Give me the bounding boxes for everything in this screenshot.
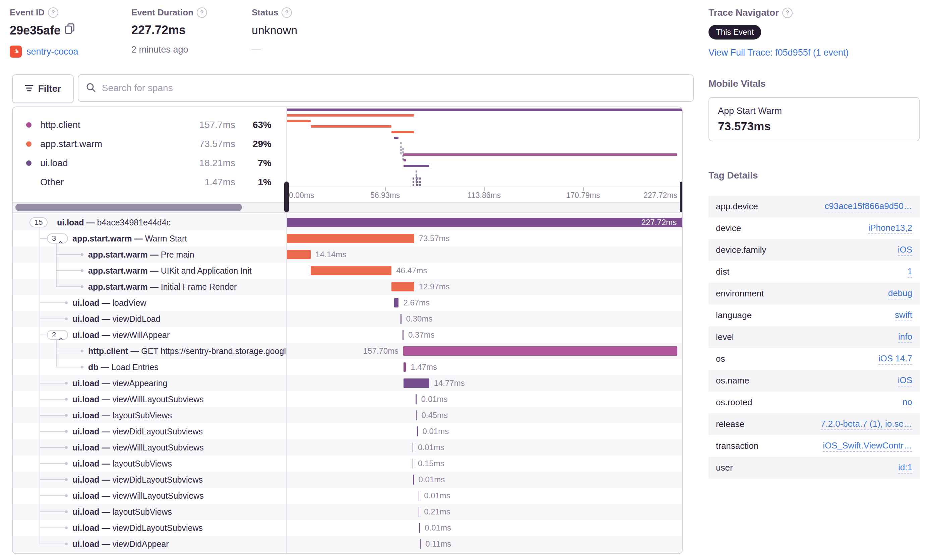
span-row[interactable]: ui.load — layoutSubViews0.21ms — [13, 504, 682, 520]
span-bar[interactable] — [417, 426, 418, 437]
span-row[interactable]: ui.load — layoutSubViews0.15ms — [13, 455, 682, 471]
help-icon[interactable] — [197, 8, 207, 18]
this-event-badge[interactable]: This Event — [708, 25, 761, 39]
span-bar[interactable] — [403, 346, 677, 356]
minimap-right-handle[interactable] — [680, 182, 683, 212]
span-duration: 2.67ms — [403, 295, 430, 311]
tag-value-link[interactable]: id:1 — [898, 462, 912, 474]
span-bar[interactable] — [404, 362, 406, 372]
span-row[interactable]: ui.load — viewDidAppear0.11ms — [13, 536, 682, 552]
span-bar[interactable] — [419, 491, 420, 501]
help-icon[interactable] — [282, 8, 292, 18]
span-bar[interactable] — [402, 330, 404, 340]
span-row[interactable]: db — Load Entries1.47ms — [13, 359, 682, 375]
span-bar[interactable] — [311, 266, 392, 275]
span-row[interactable]: 15ui.load — b4ace34981e44d4c227.72ms — [13, 214, 682, 230]
span-row[interactable]: app.start.warm — UIKit and Application I… — [13, 263, 682, 279]
copy-icon[interactable] — [65, 23, 75, 38]
legend-item[interactable]: app.start.warm73.57ms29% — [13, 136, 286, 152]
span-bar[interactable] — [401, 314, 402, 324]
span-duration: 227.72ms — [286, 214, 676, 230]
span-row[interactable]: ui.load — loadView2.67ms — [13, 295, 682, 311]
tree-connector — [39, 447, 65, 448]
help-icon[interactable] — [48, 8, 58, 18]
tree-connector-dot — [65, 382, 68, 384]
span-bar[interactable] — [413, 474, 414, 485]
span-row[interactable]: http.client — GET https://sentry-brand.s… — [13, 343, 682, 359]
span-bar[interactable] — [413, 443, 414, 452]
minimap-span-bar — [286, 108, 682, 111]
tree-connector-dot — [65, 478, 68, 481]
span-bar[interactable] — [413, 458, 414, 468]
span-row[interactable]: 2ui.load — viewWillAppear0.37ms — [13, 327, 682, 343]
span-bar[interactable] — [419, 507, 420, 517]
tree-connector — [56, 243, 57, 287]
span-row[interactable]: app.start.warm — Initial Frame Render12.… — [13, 279, 682, 295]
filter-button[interactable]: Filter — [12, 74, 74, 103]
minimap-span-marker — [413, 177, 414, 186]
span-bar[interactable] — [404, 378, 429, 388]
span-row[interactable]: ui.load — viewWillLayoutSubviews0.01ms — [13, 391, 682, 407]
tree-connector — [39, 463, 65, 464]
horizontal-scrollbar-thumb[interactable] — [15, 204, 242, 211]
legend-color-dot — [26, 122, 32, 128]
legend-item[interactable]: ui.load18.21ms7% — [13, 155, 286, 171]
span-label: ui.load — viewDidLayoutSubviews — [72, 423, 203, 440]
span-count-badge[interactable]: 15 — [30, 218, 48, 227]
span-count-badge[interactable]: 3 — [47, 233, 68, 243]
span-row[interactable]: ui.load — layoutSubViews0.45ms — [13, 407, 682, 423]
span-row[interactable]: 3app.start.warm — Warm Start73.57ms — [13, 230, 682, 246]
span-duration: 14.77ms — [434, 375, 465, 391]
vital-name: App Start Warm — [718, 106, 910, 116]
span-row[interactable]: ui.load — viewDidLayoutSubviews0.01ms — [13, 423, 682, 440]
span-duration: 0.37ms — [408, 327, 435, 343]
project-link[interactable]: sentry-cocoa — [27, 47, 78, 57]
tree-connector-dot — [65, 302, 68, 304]
span-row[interactable]: ui.load — viewDidLoad0.30ms — [13, 311, 682, 327]
span-row[interactable]: ui.load — viewWillLayoutSubviews0.01ms — [13, 440, 682, 455]
legend-item[interactable]: http.client157.7ms63% — [13, 117, 286, 133]
span-label: ui.load — viewDidLoad — [72, 311, 161, 327]
minimap-left-handle[interactable] — [284, 182, 289, 212]
span-row[interactable]: ui.load — viewWillLayoutSubviews0.01ms — [13, 488, 682, 504]
tag-value-link[interactable]: 7.2.0-beta.7 (1), io.se… — [821, 419, 912, 430]
span-label: app.start.warm — Warm Start — [72, 230, 187, 246]
tag-value-link[interactable]: iOS 14.7 — [878, 353, 912, 365]
view-full-trace-link[interactable]: View Full Trace: f05d955f (1 event) — [708, 48, 920, 58]
tag-value-link[interactable]: c93ace15f866a9d50… — [824, 201, 912, 212]
tag-value-link[interactable]: iOS — [898, 375, 912, 386]
span-bar[interactable] — [286, 234, 414, 243]
tree-waterfall-divider[interactable] — [286, 107, 287, 553]
span-duration: 0.15ms — [418, 455, 444, 471]
span-bar[interactable] — [416, 394, 417, 404]
tag-value-link[interactable]: debug — [888, 288, 912, 299]
span-row[interactable]: ui.load — viewAppearing14.77ms — [13, 375, 682, 391]
tag-value-link[interactable]: iOS — [898, 245, 912, 256]
span-bar[interactable] — [392, 282, 414, 291]
tag-value-link[interactable]: no — [902, 397, 912, 408]
help-icon[interactable] — [782, 8, 792, 18]
span-bar[interactable] — [420, 539, 421, 549]
span-row[interactable]: ui.load — viewDidLayoutSubviews0.01ms — [13, 471, 682, 488]
span-row[interactable]: ui.load — viewDidLayoutSubviews0.01ms — [13, 520, 682, 536]
span-bar[interactable] — [419, 523, 420, 533]
tree-connector-dot — [65, 414, 68, 417]
span-bar[interactable] — [416, 410, 417, 420]
tag-value-link[interactable]: info — [898, 332, 912, 343]
span-bar[interactable] — [394, 298, 399, 308]
span-bar[interactable] — [286, 250, 311, 259]
tree-connector — [39, 415, 65, 416]
legend-item[interactable]: Other1.47ms1% — [13, 174, 286, 190]
mobile-vitals-heading: Mobile Vitals — [708, 78, 920, 89]
tag-value-link[interactable]: iPhone13,2 — [868, 223, 912, 234]
event-id-label: Event ID — [10, 8, 75, 18]
span-count-badge[interactable]: 2 — [47, 330, 68, 340]
tag-value-link[interactable]: swift — [895, 310, 912, 321]
tag-value-link[interactable]: 1 — [908, 266, 912, 278]
tag-value-link[interactable]: iOS_Swift.ViewContr… — [823, 440, 912, 452]
status-value: unknown — [252, 24, 297, 37]
tag-key: transaction — [716, 441, 758, 451]
vital-card[interactable]: App Start Warm 73.573ms — [708, 97, 920, 141]
search-input[interactable] — [101, 83, 686, 94]
span-row[interactable]: app.start.warm — Pre main14.14ms — [13, 246, 682, 263]
